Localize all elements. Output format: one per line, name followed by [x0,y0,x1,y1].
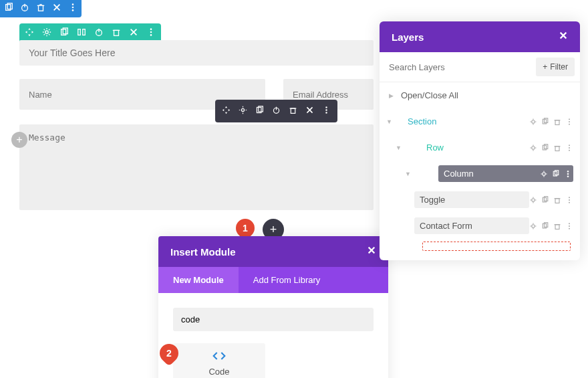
module-search-input[interactable] [173,308,374,331]
svg-point-77 [569,223,570,224]
more-icon[interactable] [146,27,156,39]
add-row-button[interactable]: + [11,132,27,148]
modal-tabs: New Module Add From Library [158,267,388,293]
svg-rect-31 [291,108,295,113]
trash-icon[interactable] [289,105,297,117]
close-icon[interactable] [52,3,61,15]
svg-point-48 [569,121,570,122]
tree-item-row[interactable]: ▼ Row [380,134,580,161]
svg-point-79 [569,227,570,229]
modal-title: Insert Module [170,246,236,258]
svg-point-35 [325,106,327,108]
svg-point-12 [45,31,48,33]
columns-icon[interactable] [77,27,86,39]
gear-icon[interactable] [239,105,247,117]
title-input[interactable] [19,40,374,66]
svg-rect-53 [555,146,559,151]
svg-point-78 [569,225,570,227]
svg-rect-45 [555,120,559,124]
power-icon[interactable] [94,27,104,39]
layers-header: Layers [380,21,580,52]
svg-rect-75 [555,224,559,229]
chevron-down-icon: ▼ [405,171,413,177]
svg-rect-67 [555,198,559,203]
power-icon[interactable] [272,105,281,117]
layers-search-bar: +Filter [380,52,580,82]
svg-point-62 [567,173,569,175]
tree-item-actions[interactable] [540,170,572,178]
tree-item-actions[interactable] [529,222,573,230]
more-icon[interactable] [322,105,331,117]
move-icon[interactable] [222,105,231,117]
open-close-all[interactable]: ▶ Open/Close All [380,82,580,108]
close-icon[interactable] [559,31,568,43]
drop-zone[interactable] [422,242,571,251]
svg-point-36 [325,109,327,110]
svg-point-72 [532,224,535,227]
tab-new-module[interactable]: New Module [158,267,239,293]
svg-point-69 [569,197,570,198]
tree-item-column[interactable]: ▼ Column [380,161,580,187]
svg-rect-15 [78,29,81,35]
power-icon[interactable] [20,3,29,15]
section-toolbar[interactable] [0,0,82,17]
chevron-down-icon: ▼ [386,118,394,125]
svg-point-58 [543,172,546,175]
svg-point-50 [532,146,535,149]
svg-point-63 [567,175,569,177]
svg-point-70 [569,199,570,201]
layers-panel: Layers +Filter ▶ Open/Close All ▼ Sectio… [380,21,580,260]
move-icon[interactable] [25,27,34,39]
svg-point-42 [532,120,535,123]
svg-point-71 [569,201,570,203]
svg-rect-16 [83,29,86,35]
tree-item-contact-form[interactable]: Contact Form [380,213,580,239]
svg-point-23 [150,28,152,30]
layers-title: Layers [392,31,424,43]
layers-search-input[interactable] [389,58,536,76]
chevron-down-icon: ▼ [396,145,404,151]
module-option-label: Code [181,367,257,377]
message-input[interactable] [19,124,374,210]
copy-icon[interactable] [4,3,13,15]
svg-point-49 [569,123,570,124]
tree-item-actions[interactable] [529,196,573,204]
svg-point-64 [532,198,535,201]
tree-item-actions[interactable] [529,144,573,152]
close-icon[interactable] [367,246,376,258]
tab-add-from-library[interactable]: Add From Library [239,267,335,293]
close-icon[interactable] [305,105,314,117]
svg-point-57 [569,149,570,151]
trash-icon[interactable] [36,3,45,15]
svg-point-47 [569,118,570,120]
svg-point-11 [72,9,74,11]
svg-point-37 [325,112,327,113]
filter-button[interactable]: +Filter [536,58,575,76]
svg-point-24 [150,31,152,33]
copy-icon[interactable] [59,27,69,39]
svg-point-26 [241,108,244,111]
trash-icon[interactable] [112,27,121,39]
more-icon[interactable] [68,3,78,15]
svg-point-55 [569,145,570,146]
svg-point-10 [72,7,74,9]
tree-item-toggle[interactable]: Toggle [380,187,580,213]
code-icon [212,353,226,363]
tree-item-actions[interactable] [529,118,573,126]
close-icon[interactable] [129,27,138,39]
tree-item-section[interactable]: ▼ Section [380,108,580,134]
svg-point-61 [567,171,569,172]
gear-icon[interactable] [42,27,51,39]
modal-header: Insert Module [158,236,388,267]
module-option-code[interactable]: Code [173,343,265,378]
svg-point-56 [569,147,570,149]
svg-rect-4 [39,5,43,11]
insert-module-modal: Insert Module New Module Add From Librar… [158,236,388,378]
chevron-right-icon: ▶ [389,92,397,99]
svg-point-9 [72,3,74,5]
copy-icon[interactable] [255,105,264,117]
svg-point-25 [150,34,152,36]
svg-rect-19 [114,30,119,35]
module-toolbar[interactable] [215,100,337,122]
